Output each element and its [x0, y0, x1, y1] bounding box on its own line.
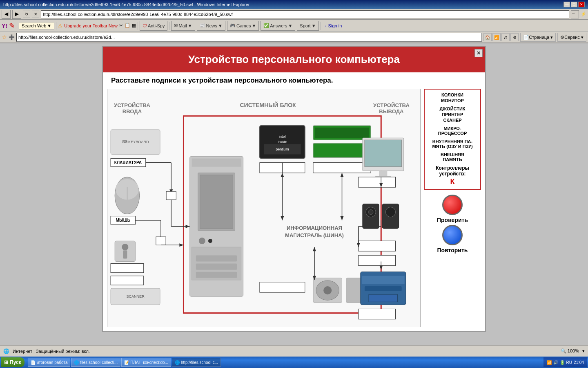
status-bar: 🌐 Интернет | Защищённый режим: вкл. 🔍 10…: [0, 345, 588, 357]
scissors-icon[interactable]: ✂: [119, 23, 123, 28]
svg-point-47: [323, 286, 332, 294]
flash-subtitle: Расставьте подписи к устройствам персона…: [103, 72, 485, 89]
back-button[interactable]: ◀: [2, 10, 11, 19]
fav-settings-icon[interactable]: ⚙: [510, 33, 519, 41]
svg-point-56: [368, 210, 373, 215]
check-button[interactable]: [442, 195, 463, 215]
title-bar-text: http://files.school-collection.edu.ru/dl…: [3, 2, 564, 7]
zoom-dropdown[interactable]: ▾: [582, 348, 585, 354]
svg-text:УСТРОЙСТВА: УСТРОЙСТВА: [373, 102, 410, 108]
fav-rss-icon[interactable]: 📶: [492, 33, 501, 41]
svg-marker-78: [179, 243, 183, 247]
taskbar-item-1[interactable]: 🌐 files.school-collecti...: [71, 358, 120, 367]
maximize-button[interactable]: □: [571, 2, 577, 7]
favorites-controls: 🏠 📶 🖨 ⚙: [483, 33, 519, 41]
flash-title: Устройство персонального компьютера: [188, 53, 400, 65]
answers-button[interactable]: ✅ Answers ▼: [261, 21, 295, 31]
item-monitor[interactable]: МОНИТОР: [427, 98, 478, 103]
page-button[interactable]: 📄 Страница ▾: [520, 33, 556, 42]
games-button[interactable]: 🎮 Games ▼: [227, 21, 259, 31]
fav-home-icon[interactable]: 🏠: [483, 33, 492, 41]
zoom-level: 🔍 100%: [561, 348, 579, 354]
svg-point-27: [208, 239, 212, 243]
stop-icon[interactable]: ✕: [32, 11, 39, 18]
svg-text:СИСТЕМНЫЙ БЛОК: СИСТЕМНЫЙ БЛОК: [240, 101, 296, 108]
news-icon: 📰: [200, 23, 205, 28]
item-printer[interactable]: ПРИНТЕР: [427, 112, 478, 117]
close-flash-button[interactable]: ✕: [474, 49, 483, 57]
svg-rect-52: [379, 171, 387, 177]
check-label: Проверить: [437, 217, 468, 223]
svg-rect-60: [362, 276, 405, 284]
sport-button[interactable]: Sport ▼: [297, 21, 318, 31]
title-bar: http://files.school-collection.edu.ru/dl…: [0, 0, 588, 9]
search-web-button[interactable]: Search Web ▼: [19, 22, 54, 29]
item-kolonki[interactable]: КОЛОНКИ: [427, 92, 478, 98]
mail-button[interactable]: ✉ Mail ▼: [171, 21, 195, 31]
diagram-main: УСТРОЙСТВА ВВОДА СИСТЕМНЫЙ БЛОК УСТРОЙСТ…: [107, 89, 421, 327]
add-favorites-icon[interactable]: ➕: [9, 34, 15, 40]
taskbar-item-icon-0: 📄: [31, 360, 36, 365]
item-djoystik[interactable]: ДЖОЙСТИК: [427, 106, 478, 112]
internet-icon: 🌐: [3, 348, 9, 354]
tray-lang[interactable]: RU: [566, 360, 572, 365]
svg-rect-40: [313, 143, 371, 157]
svg-rect-70: [166, 191, 176, 200]
item-skaner[interactable]: СКАНЕР: [427, 117, 478, 123]
svg-rect-65: [359, 255, 396, 265]
address-input[interactable]: [41, 10, 569, 18]
close-window-button[interactable]: ✕: [578, 2, 585, 7]
svg-rect-31: [196, 272, 237, 278]
item-vnutr-pamyat[interactable]: ВНУТРЕННЯЯ ПА-МЯТЬ (ОЗУ И ПЗУ): [427, 139, 478, 149]
taskbar-item-icon-3: 🌐: [175, 360, 180, 365]
diagram-area: УСТРОЙСТВА ВВОДА СИСТЕМНЫЙ БЛОК УСТРОЙСТ…: [103, 89, 485, 331]
svg-rect-49: [260, 282, 305, 292]
service-button[interactable]: ⚙ Сервис ▾: [557, 33, 586, 42]
svg-text:ИНФОРМАЦИОННАЯ: ИНФОРМАЦИОННАЯ: [287, 225, 342, 231]
svg-point-58: [385, 207, 395, 217]
upgrade-button[interactable]: Upgrade your Toolbar Now: [64, 23, 118, 28]
repeat-button[interactable]: [442, 225, 463, 245]
taskbar-item-3[interactable]: 🌐 http://files.school-c...: [172, 358, 221, 367]
news-button[interactable]: 📰 News ▼: [197, 21, 225, 31]
items-list: КОЛОНКИ МОНИТОР ДЖОЙСТИК ПРИНТЕР СКАНЕР …: [424, 89, 481, 190]
item-mikro[interactable]: МИКРО-ПРОЦЕССОР: [427, 126, 478, 136]
toolbar-icon1[interactable]: 📋: [125, 23, 130, 28]
repeat-label: Повторить: [437, 247, 468, 254]
taskbar-item-icon-2: 📝: [124, 360, 129, 365]
toolbar-icon2[interactable]: ▦: [132, 23, 136, 28]
windows-logo: ⊞: [4, 359, 8, 365]
signin-button[interactable]: → Sign in: [323, 23, 342, 28]
taskbar-item-2[interactable]: 📝 ПЛАН-конспект.do...: [121, 358, 171, 367]
svg-text:inside: inside: [278, 140, 287, 144]
start-button[interactable]: ⊞ Пуск: [1, 357, 24, 367]
taskbar: ⊞ Пуск 📄 итоговая работа 🌐 files.school-…: [0, 357, 588, 368]
item-controllery[interactable]: Контроллерыустройств:: [427, 165, 478, 177]
go-button[interactable]: →: [571, 10, 579, 18]
svg-marker-85: [340, 173, 343, 177]
forward-button[interactable]: ▶: [12, 10, 21, 19]
status-text: Интернет | Защищённый режим: вкл.: [13, 349, 557, 354]
tray-icon3: 🔋: [560, 360, 565, 365]
svg-text:⌨ KEYBOARD: ⌨ KEYBOARD: [122, 140, 149, 144]
system-tray: 📶 🔊 🔋 RU 21:04: [543, 357, 587, 367]
yahoo-edit-icon[interactable]: ✎: [9, 21, 15, 30]
refresh-icon[interactable]: ↻: [23, 11, 30, 18]
yahoo-toolbar: Y! ✎ Search Web ▼ ⚠ Upgrade your Toolbar…: [0, 20, 588, 32]
svg-rect-64: [359, 241, 396, 251]
antispy-button[interactable]: 🛡 Anti-Spy: [140, 21, 168, 31]
fav-print-icon[interactable]: 🖨: [501, 33, 510, 41]
item-vnesh-pamyat[interactable]: ВНЕШНЯЯПАМЯТЬ: [427, 152, 478, 162]
tray-time: 21:04: [574, 360, 584, 365]
minimize-button[interactable]: —: [564, 2, 570, 7]
svg-rect-51: [365, 140, 402, 167]
svg-text:intel: intel: [279, 135, 286, 139]
signin-icon: →: [323, 23, 327, 28]
taskbar-item-0[interactable]: 📄 итоговая работа: [28, 358, 71, 367]
svg-text:ВЫВОДА: ВЫВОДА: [379, 108, 404, 114]
favorites-url-bar[interactable]: [16, 33, 482, 42]
svg-rect-41: [313, 163, 371, 173]
svg-point-26: [199, 238, 205, 244]
svg-point-16: [122, 244, 128, 250]
item-k[interactable]: К: [427, 177, 478, 186]
